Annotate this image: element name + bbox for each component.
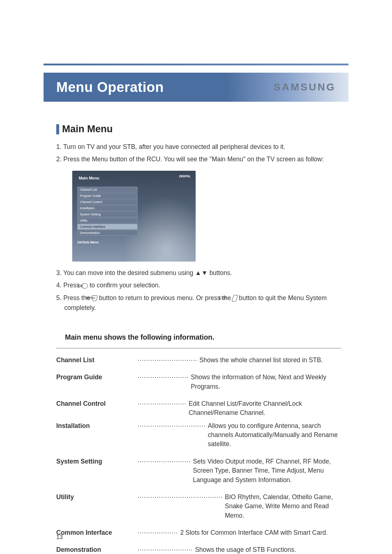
screenshot-menu-item: Channel List: [77, 187, 138, 193]
definition-desc: Shows the usage of STB Functions.: [195, 545, 341, 554]
definition-term: Utility: [56, 493, 136, 520]
page-number: 13: [56, 534, 63, 541]
screenshot-menu-item: Installation: [77, 205, 138, 211]
screenshot-title: Main Menu: [79, 176, 99, 180]
top-divider: [44, 64, 348, 65]
screenshot-menu-item: Demonstration: [77, 230, 138, 236]
instruction-text: to confirm your selection.: [90, 282, 160, 289]
instruction-item: 1. Turn on TV and your STB, after you ha…: [56, 142, 341, 152]
screenshot-footer: OK/Sub Menu: [77, 240, 99, 244]
screenshot-menu-item-selected: Common Interface: [77, 224, 138, 230]
updown-icon: ▲▼: [195, 269, 208, 276]
leader-dots: ·························: [138, 457, 191, 466]
definition-term: Demonstration: [56, 545, 136, 554]
definition-row: Channel List ···························…: [56, 356, 341, 365]
leader-dots: ································: [138, 421, 206, 430]
tv-screenshot: Main Menu DIGITAL Channel List Program G…: [72, 171, 196, 262]
definition-desc: Shows the information of Now, Next and W…: [191, 373, 341, 391]
screenshot-menu: Channel List Program Guide Channel Contr…: [77, 187, 138, 236]
instruction-text: button to return to previous menu. Or pr…: [99, 294, 233, 302]
definition-term: System Setting: [56, 457, 136, 485]
definition-row: System Setting ·························…: [56, 457, 341, 485]
definition-row: Demonstration ··························…: [56, 545, 341, 554]
page-title: Menu Operation: [56, 80, 164, 95]
leader-dots: ·······················: [138, 399, 187, 408]
definition-desc: Shows the whole channel list stored in S…: [199, 356, 341, 365]
leader-dots: ··························: [138, 545, 193, 554]
definition-term: Channel List: [56, 356, 136, 365]
definition-list: Channel List ···························…: [56, 356, 341, 554]
sub-heading: Main menu shows the following informatio…: [65, 333, 341, 341]
instruction-list: 1. Turn on TV and your STB, after you ha…: [56, 142, 341, 164]
definition-desc: BIO Rhythm, Calendar, Othello Game, Snak…: [225, 493, 341, 520]
leader-dots: ···················: [138, 528, 178, 537]
section-heading: Main Menu: [56, 124, 341, 135]
definition-term: Common Interface: [56, 528, 136, 537]
screenshot-menu-item: Channel Control: [77, 199, 138, 205]
definition-term: Channel Control: [56, 399, 136, 418]
definition-term: Installation: [56, 421, 136, 449]
definition-term: Program Guide: [56, 373, 136, 391]
instruction-item: 3. You can move into the desired submenu…: [56, 268, 341, 278]
definition-desc: Sets Video Output mode, RF Channel, RF M…: [193, 457, 341, 485]
brand-logo: SAMSUNG: [274, 81, 336, 93]
ok-button-icon: OK: [81, 283, 88, 289]
definition-desc: Edit Channel List/Favorite Channel/Lock …: [189, 399, 341, 418]
instruction-item: 5. Press the MENU button to return to pr…: [56, 293, 341, 313]
definition-desc: 2 Slots for Common Interface CAM with Sm…: [180, 528, 341, 537]
screenshot-logo: DIGITAL: [179, 174, 191, 178]
menu-button-icon: MENU: [92, 295, 97, 301]
header-bar: Menu Operation SAMSUNG: [44, 73, 348, 102]
section-heading-text: Main Menu: [62, 124, 113, 135]
definition-row: Common Interface ··················· 2 S…: [56, 528, 341, 537]
instruction-item: 2. Press the Menu button of the RCU. You…: [56, 154, 341, 164]
instruction-text: buttons.: [209, 269, 232, 276]
leader-dots: ························: [138, 373, 189, 382]
definition-desc: Allows you to configure Antenna, search …: [208, 421, 341, 449]
content-area: Main Menu 1. Turn on TV and your STB, af…: [56, 124, 341, 554]
definition-row: Installation ···························…: [56, 421, 341, 449]
screenshot-menu-item: Utility: [77, 218, 138, 223]
definition-row: Channel Control ······················· …: [56, 399, 341, 418]
screenshot-menu-item: System Setting: [77, 211, 138, 217]
screenshot-menu-item: Program Guide: [77, 193, 138, 199]
divider: [56, 348, 341, 348]
leader-dots: ····························: [138, 356, 197, 365]
manual-page: Menu Operation SAMSUNG Main Menu 1. Turn…: [0, 0, 392, 554]
instruction-list-2: 3. You can move into the desired submenu…: [56, 268, 341, 313]
instruction-item: 4. Press OK to confirm your selection.: [56, 280, 341, 290]
instruction-text: 3. You can move into the desired submenu…: [56, 269, 195, 276]
leader-dots: ········································: [138, 493, 222, 502]
definition-row: Utility ································…: [56, 493, 341, 520]
definition-row: Program Guide ························ S…: [56, 373, 341, 391]
